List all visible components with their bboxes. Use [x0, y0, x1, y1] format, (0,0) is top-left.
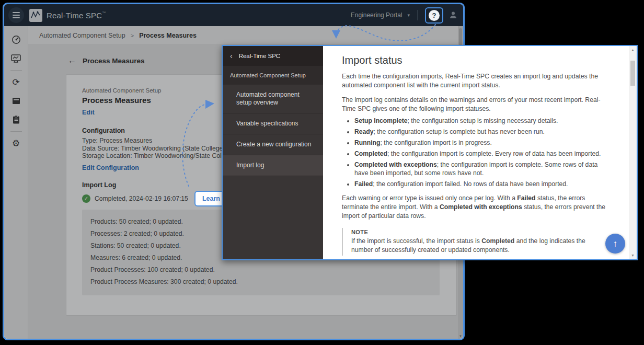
status-list-item: Completed with exceptions; the configura… — [354, 160, 607, 177]
help-nav-item-import-log[interactable]: Import log — [223, 155, 323, 176]
help-nav-section-label: Automated Component Setup — [223, 66, 323, 85]
help-nav: ‹ Real-Time SPC Automated Component Setu… — [223, 46, 323, 259]
help-paragraph: Each time the configuration imports, Rea… — [342, 72, 607, 90]
help-button[interactable]: ? — [429, 10, 440, 21]
help-nav-back-label: Real-Time SPC — [239, 53, 280, 59]
screenshot-stage: Real-Time SPC™ Engineering Portal ▾ ? — [0, 0, 644, 345]
help-paragraph: Each warning or error type is issued onl… — [342, 194, 607, 221]
status-list-item: Ready; the configuration setup is comple… — [354, 128, 607, 136]
chevron-left-icon: ‹ — [230, 52, 233, 60]
status-list-item: Failed; the configuration import failed.… — [354, 180, 607, 188]
question-mark-icon: ? — [432, 12, 436, 19]
status-list-item: Completed; the configuration import is c… — [354, 150, 607, 158]
help-panel: ‹ Real-Time SPC Automated Component Setu… — [222, 45, 638, 260]
help-nav-item-create-config[interactable]: Create a new configuration — [223, 134, 323, 155]
help-nav-back[interactable]: ‹ Real-Time SPC — [223, 46, 323, 66]
help-scrollbar-thumb[interactable] — [630, 61, 635, 86]
help-article-title: Import status — [342, 54, 607, 66]
note-label: NOTE — [351, 229, 607, 235]
help-paragraph: The import log contains details on the w… — [342, 96, 607, 113]
note-text: If the import is successful, the import … — [351, 237, 607, 255]
scroll-to-top-button[interactable]: ↑ — [605, 234, 625, 254]
help-nav-item-variable-specs[interactable]: Variable specifications — [223, 113, 323, 134]
up-arrow-icon: ↑ — [613, 238, 618, 249]
status-list-item: Running; the configuration import is in … — [354, 139, 607, 147]
status-list-item: Setup Incomplete; the configuration setu… — [354, 117, 607, 125]
help-content: Import status Each time the configuratio… — [323, 46, 637, 259]
help-nav-item-overview[interactable]: Automated component setup overview — [223, 85, 323, 113]
note-callout: NOTE If the import is successful, the im… — [342, 228, 607, 256]
help-button-highlight-ring: ? — [425, 7, 443, 24]
help-scrollbar[interactable]: ▲ ▼ — [629, 46, 637, 259]
scroll-up-arrow-icon[interactable]: ▲ — [629, 48, 637, 52]
status-list: Setup Incomplete; the configuration setu… — [354, 117, 607, 188]
scroll-down-arrow-icon[interactable]: ▼ — [629, 254, 637, 257]
